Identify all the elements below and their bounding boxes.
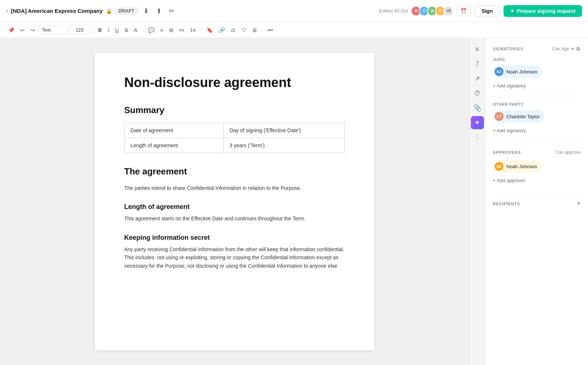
font-color-button[interactable]: A	[132, 26, 139, 35]
approver-name: Noah Johnson	[506, 164, 537, 169]
signatories-section: SIGNATORIES Can sign + ⚙ JURO NJ Noah Jo…	[493, 46, 581, 135]
balance-button[interactable]: ⚖	[229, 26, 238, 35]
other-signatory-chip: CT Charlotte Taylor	[493, 110, 544, 123]
numbered-list-button[interactable]: 1≡	[188, 26, 198, 35]
more-options-button[interactable]: •••	[265, 26, 275, 35]
juro-signatory-chip: NJ Noah Johnson	[493, 65, 542, 78]
keeping-heading: Keeping information secret	[124, 234, 345, 242]
approver-chip: NJ Noah Johnson	[493, 160, 542, 173]
length-heading: Length of agreement	[124, 203, 345, 211]
other-signatory-avatar: CT	[495, 112, 503, 121]
panel-divider-1	[493, 96, 581, 96]
juro-label: JURO	[493, 57, 581, 62]
can-sign-add-icon[interactable]: +	[571, 46, 574, 52]
can-sign-label: Can sign + ⚙	[552, 46, 581, 52]
prepare-label: Prepare signing request	[517, 8, 576, 14]
approver-avatar: NJ	[495, 162, 503, 171]
recipients-header: RECIPIENTS +	[493, 200, 581, 207]
juro-signatory-name: Noah Johnson	[506, 69, 537, 75]
add-recipient-button[interactable]: +	[577, 200, 581, 207]
approvers-header: APPROVERS Can approve	[493, 150, 581, 155]
juro-signatory-avatar: NJ	[495, 67, 503, 76]
recipients-section: RECIPIENTS +	[493, 200, 581, 207]
signatories-header: SIGNATORIES Can sign + ⚙	[493, 46, 581, 52]
approvers-title: APPROVERS	[493, 150, 521, 155]
more-side-icon[interactable]: ⋮	[471, 131, 484, 144]
clip-side-icon[interactable]: 📎	[471, 101, 484, 115]
can-approve-label: Can approve	[555, 150, 581, 155]
align-side-icon[interactable]: ≡	[471, 43, 484, 56]
upload-icon[interactable]: ⬆	[154, 6, 164, 17]
topbar-center: Edited 30 Oct N C A B +6 ⏰	[379, 6, 471, 16]
toolbar-divider-2	[143, 26, 143, 34]
topbar: ‹ [NDA] American Express Company 🔒 DRAFT…	[0, 0, 588, 22]
redo-button[interactable]: ↪	[28, 26, 37, 35]
list-button[interactable]: ≡	[158, 26, 165, 35]
add-other-signatory-button[interactable]: + Add signatory	[493, 126, 526, 135]
agreement-intro: The parties intend to share Confidential…	[124, 184, 345, 192]
erase-icon[interactable]: ✏	[167, 6, 177, 17]
other-signatory-name: Charlotte Taylor	[506, 114, 540, 119]
add-approver-button[interactable]: + Add approver	[493, 176, 526, 185]
toolbar-divider-1	[93, 26, 93, 34]
back-button[interactable]: ‹	[6, 7, 8, 15]
topbar-left: ‹ [NDA] American Express Company 🔒 DRAFT…	[6, 6, 376, 17]
share2-side-icon[interactable]: ↗	[471, 72, 484, 85]
toolbar-divider-4	[262, 26, 262, 34]
timer-button[interactable]: ⏰	[456, 6, 471, 16]
document-paper: Non-disclosure agreement Summary Date of…	[95, 53, 374, 350]
add-juro-signatory-button[interactable]: + Add signatory	[493, 82, 526, 90]
toolbar: 📌 ↩ ↪ Text B I U S A 💬 ≡ ⊞ •≡ 1≡ 🔖 🔗 ⚖ 🛡…	[0, 22, 588, 38]
toolbar-divider-3	[201, 26, 201, 34]
prepare-signing-button[interactable]: ✦ Prepare signing request	[503, 5, 582, 17]
can-sign-settings-icon[interactable]: ⚙	[576, 46, 581, 52]
text-format-select[interactable]: Text	[39, 26, 68, 34]
table-cell-value-2: 3 years ('Term')	[223, 138, 344, 153]
edited-text: Edited 30 Oct	[379, 8, 408, 14]
table-button[interactable]: ⊞	[250, 26, 259, 35]
comment-button[interactable]: 💬	[146, 26, 157, 35]
table-cell-value-1: Day of signing ('Effective Date')	[223, 123, 344, 138]
table-row: Date of agreement Day of signing ('Effec…	[125, 123, 345, 138]
summary-table: Date of agreement Day of signing ('Effec…	[124, 123, 345, 153]
share-side-icon[interactable]: ⤴	[471, 57, 484, 71]
bold-button[interactable]: B	[96, 26, 104, 35]
document-area: Non-disclosure agreement Summary Date of…	[0, 38, 469, 365]
collaborator-avatars: N C A B +6	[411, 6, 453, 16]
bookmark-button[interactable]: 🔖	[204, 26, 215, 35]
signatories-title: SIGNATORIES	[493, 47, 524, 51]
table-cell-label-1: Date of agreement	[125, 123, 224, 138]
document-title: [NDA] American Express Company	[11, 8, 103, 14]
main-layout: Non-disclosure agreement Summary Date of…	[0, 38, 588, 365]
ai-side-icon[interactable]: ✦	[471, 116, 484, 129]
sign-button[interactable]: Sign	[474, 6, 499, 17]
summary-heading: Summary	[124, 105, 345, 115]
pin-icon[interactable]: 📌	[6, 26, 17, 35]
lock-icon: 🔒	[106, 8, 112, 14]
history-side-icon[interactable]: ⏱	[471, 87, 484, 100]
side-icons: ≡ ⤴ ↗ ⏱ 📎 ✦ ⋮	[469, 38, 485, 365]
document-title-heading: Non-disclosure agreement	[124, 75, 345, 90]
right-panel: SIGNATORIES Can sign + ⚙ JURO NJ Noah Jo…	[485, 38, 588, 365]
table-cell-label-2: Length of agreement	[125, 138, 224, 153]
italic-button[interactable]: I	[105, 26, 111, 35]
panel-divider-2	[493, 144, 581, 144]
undo-button[interactable]: ↩	[18, 26, 27, 35]
link-button[interactable]: 🔗	[216, 26, 227, 35]
avatar-more: +6	[443, 6, 453, 16]
length-text: This agreement starts on the Effective D…	[124, 214, 345, 223]
recipients-title: RECIPIENTS	[493, 202, 520, 206]
align-button[interactable]: ⊞	[167, 26, 176, 35]
download-icon[interactable]: ⬇	[141, 6, 151, 17]
panel-divider-3	[493, 194, 581, 194]
prepare-icon: ✦	[510, 8, 514, 14]
other-party-label: OTHER PARTY	[493, 102, 581, 106]
shield-button[interactable]: 🛡	[239, 26, 249, 35]
bullet-list-button[interactable]: •≡	[177, 26, 186, 35]
table-row: Length of agreement 3 years ('Term')	[125, 138, 345, 153]
underline-button[interactable]: U	[113, 26, 121, 35]
font-size-input[interactable]	[69, 26, 90, 34]
draft-badge: DRAFT	[115, 7, 138, 15]
strikethrough-button[interactable]: S	[122, 26, 130, 35]
agreement-heading: The agreement	[124, 166, 345, 177]
